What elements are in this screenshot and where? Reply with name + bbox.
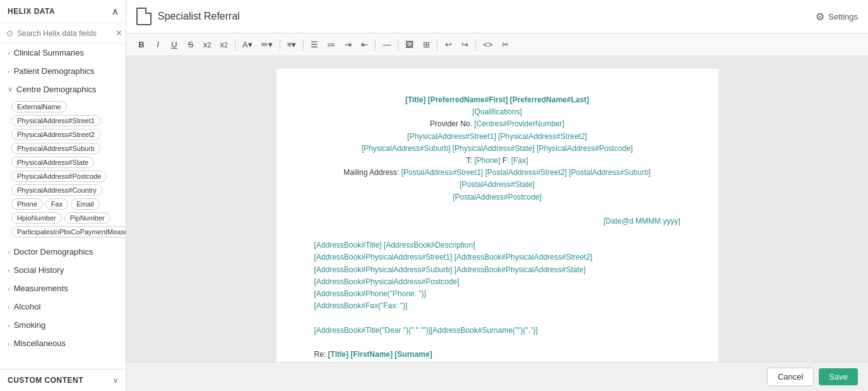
sidebar-item-doctor-demographics[interactable]: › Doctor Demographics bbox=[0, 243, 126, 261]
outdent-button[interactable]: ⇤ bbox=[357, 37, 372, 52]
field-qualifications: [Qualifications] bbox=[472, 107, 522, 116]
chevron-down-icon: ∨ bbox=[113, 376, 119, 385]
editor-re-block: Re: [Title] [FirstName] [Surname] [Patie… bbox=[314, 349, 681, 362]
search-icon: ⊙ bbox=[6, 28, 13, 38]
clean-button[interactable]: ✂ bbox=[498, 37, 513, 52]
unordered-list-button[interactable]: ≔ bbox=[323, 37, 339, 52]
chevron-down-icon: ∨ bbox=[8, 85, 13, 93]
sidebar: HELIX DATA ∧ ⊙ ✕ › Clinical Summaries › … bbox=[0, 0, 126, 391]
editor-toolbar: B I U S x2 x2 A▾ ✏▾ ≡▾ ☰ ≔ ⇥ ⇤ — 🖼 ⊞ ↩ ↪… bbox=[126, 33, 868, 56]
editor-line-postal-postcode: [PostalAddress#Postcode] bbox=[314, 191, 681, 203]
custom-content-section[interactable]: CUSTOM CONTENT ∨ bbox=[0, 369, 126, 391]
field-physical-street2: [PhysicalAddress#Street2] bbox=[498, 132, 587, 141]
font-color-button[interactable]: A▾ bbox=[239, 37, 256, 52]
code-button[interactable]: <> bbox=[479, 37, 496, 52]
field-ab-street1: [AddressBook#PhysicalAddress#Street1] bbox=[314, 253, 453, 262]
main-header: Specialist Referral ⚙ Settings bbox=[126, 0, 868, 33]
undo-button[interactable]: ↩ bbox=[441, 37, 456, 52]
editor-header-block: [Title] [PreferredName#First] [Preferred… bbox=[314, 94, 681, 203]
chevron-right-icon: › bbox=[8, 340, 10, 347]
field-fax: [Fax] bbox=[511, 156, 528, 165]
editor-line-address2: [PhysicalAddress#Suburb] [PhysicalAddres… bbox=[314, 143, 681, 155]
tag-physicaladdress-street1[interactable]: PhysicalAddress#Street1 bbox=[11, 115, 100, 126]
editor-line-ab-postcode: [AddressBook#PhysicalAddress#Postcode] bbox=[314, 276, 681, 288]
sidebar-item-label: Centre Demographics bbox=[16, 85, 96, 94]
italic-button[interactable]: I bbox=[150, 37, 165, 52]
sidebar-item-clinical-summaries[interactable]: › Clinical Summaries bbox=[0, 44, 126, 62]
editor-line-ab-phone: [AddressBook#Phone("Phone: ")] bbox=[314, 288, 681, 300]
indent-button[interactable]: ⇥ bbox=[340, 37, 355, 52]
chevron-right-icon: › bbox=[8, 322, 10, 329]
field-provider-number: [Centres#ProviderNumber] bbox=[474, 119, 564, 128]
sidebar-item-label: Patient Demographics bbox=[14, 66, 95, 76]
sidebar-item-social-history[interactable]: › Social History bbox=[0, 261, 126, 279]
strikethrough-button[interactable]: S bbox=[183, 37, 198, 52]
toolbar-separator-5 bbox=[398, 39, 398, 51]
sidebar-item-measurements[interactable]: › Measurements bbox=[0, 279, 126, 298]
title-area: Specialist Referral bbox=[136, 8, 240, 25]
chevron-right-icon: › bbox=[8, 303, 10, 311]
search-input[interactable] bbox=[17, 29, 112, 38]
tag-physicaladdress-street2[interactable]: PhysicalAddress#Street2 bbox=[11, 129, 100, 140]
tag-physicaladdress-country[interactable]: PhysicalAddress#Country bbox=[11, 184, 102, 196]
chevron-right-icon: › bbox=[8, 68, 10, 75]
sidebar-item-miscellaneous[interactable]: › Miscellaneous bbox=[0, 334, 126, 352]
editor-date-block: [Date@d MMMM yyyy] bbox=[314, 215, 681, 227]
align-button[interactable]: ≡▾ bbox=[283, 37, 300, 52]
tag-physicaladdress-state[interactable]: PhysicalAddress#State bbox=[11, 157, 94, 168]
editor-container[interactable]: [Title] [PreferredName#First] [Preferred… bbox=[126, 56, 868, 362]
tag-hpionumber[interactable]: HpioNumber bbox=[11, 212, 62, 224]
tag-email[interactable]: Email bbox=[71, 198, 100, 210]
editor-page[interactable]: [Title] [PreferredName#First] [Preferred… bbox=[276, 69, 718, 362]
save-button[interactable]: Save bbox=[819, 368, 858, 385]
field-date: [Date@d MMMM yyyy] bbox=[603, 217, 681, 226]
tag-physicaladdress-postcode[interactable]: PhysicalAddress#Postcode bbox=[11, 171, 107, 182]
highlight-button[interactable]: ✏▾ bbox=[258, 37, 276, 52]
toolbar-separator-7 bbox=[475, 39, 476, 51]
editor-dear-line: [AddressBook#Title("Dear ")(" " "")][Add… bbox=[314, 325, 681, 337]
sidebar-item-label: Social History bbox=[14, 265, 64, 275]
cancel-button[interactable]: Cancel bbox=[767, 368, 814, 386]
tag-externalname[interactable]: ExternalName bbox=[11, 101, 67, 112]
tag-phone[interactable]: Phone bbox=[11, 198, 43, 210]
hr-button[interactable]: — bbox=[379, 37, 395, 52]
field-ab-title: [AddressBook#Title] bbox=[314, 241, 382, 250]
settings-button[interactable]: ⚙ Settings bbox=[816, 11, 858, 23]
subscript-button[interactable]: x2 bbox=[199, 37, 215, 52]
sidebar-item-smoking[interactable]: › Smoking bbox=[0, 316, 126, 334]
image-button[interactable]: 🖼 bbox=[401, 37, 417, 52]
ordered-list-button[interactable]: ☰ bbox=[307, 37, 322, 52]
settings-label: Settings bbox=[828, 12, 858, 21]
toolbar-separator-1 bbox=[235, 39, 235, 51]
underline-button[interactable]: U bbox=[167, 37, 182, 52]
tag-participates[interactable]: ParticipatesInPbsCoPaymentMeasure bbox=[11, 226, 126, 238]
editor-line-ab-suburb-state: [AddressBook#PhysicalAddress#Suburb] [Ad… bbox=[314, 264, 681, 276]
field-postal-state: [PostalAddress#State] bbox=[460, 180, 535, 189]
tag-fax[interactable]: Fax bbox=[45, 198, 68, 210]
editor-line-ab-fax: [AddressBook#Fax("Fax: ")] bbox=[314, 300, 681, 312]
sidebar-item-alcohol[interactable]: › Alcohol bbox=[0, 298, 126, 316]
bold-button[interactable]: B bbox=[134, 37, 149, 52]
redo-button[interactable]: ↪ bbox=[457, 37, 472, 52]
clear-search-icon[interactable]: ✕ bbox=[116, 28, 122, 38]
sidebar-list: › Clinical Summaries › Patient Demograph… bbox=[0, 44, 126, 369]
tag-pipnumber[interactable]: PipNumber bbox=[64, 212, 110, 224]
sidebar-item-centre-demographics[interactable]: ∨ Centre Demographics bbox=[0, 80, 126, 99]
collapse-icon[interactable]: ∧ bbox=[112, 6, 119, 16]
chevron-right-icon: › bbox=[8, 267, 10, 274]
editor-line-address1: [PhysicalAddress#Street1] [PhysicalAddre… bbox=[314, 131, 681, 143]
sidebar-item-patient-demographics[interactable]: › Patient Demographics bbox=[0, 62, 126, 80]
sidebar-header: HELIX DATA ∧ bbox=[0, 0, 126, 23]
sidebar-item-label: Alcohol bbox=[14, 302, 41, 311]
table-button[interactable]: ⊞ bbox=[419, 37, 434, 52]
tag-physicaladdress-suburb[interactable]: PhysicalAddress#Suburb bbox=[11, 143, 100, 154]
sidebar-item-label: Smoking bbox=[14, 320, 46, 330]
chevron-right-icon: › bbox=[8, 285, 10, 292]
centre-demographics-tags: ExternalName PhysicalAddress#Street1 Phy… bbox=[0, 99, 126, 243]
editor-line-title: [Title] [PreferredName#First] [Preferred… bbox=[314, 94, 681, 106]
sidebar-item-label: Doctor Demographics bbox=[14, 247, 93, 256]
page-title: Specialist Referral bbox=[158, 11, 240, 22]
field-dear: [AddressBook#Title("Dear ")(" " "")][Add… bbox=[314, 326, 538, 335]
field-ab-street2: [AddressBook#PhysicalAddress#Street2] bbox=[455, 253, 593, 262]
superscript-button[interactable]: x2 bbox=[217, 37, 232, 52]
